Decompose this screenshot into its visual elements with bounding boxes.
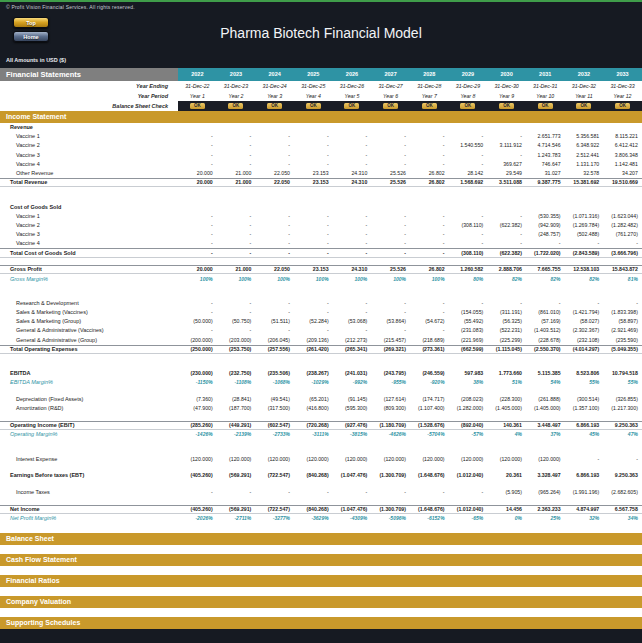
value-cell[interactable]: - (255, 221, 294, 230)
value-cell[interactable]: - (333, 239, 372, 248)
value-cell[interactable]: 369.627 (487, 160, 526, 169)
value-cell[interactable]: -2733% (255, 430, 294, 439)
value-cell[interactable]: - (603, 455, 642, 464)
row-label-cell[interactable]: Total Cost of Goods Sold (0, 249, 178, 258)
value-cell[interactable]: (250.000) (178, 345, 217, 354)
value-cell[interactable]: (225.299) (487, 336, 526, 345)
value-cell[interactable]: 19.510.669 (603, 178, 642, 187)
value-cell[interactable]: - (255, 326, 294, 335)
value-cell[interactable]: - (217, 141, 256, 150)
value-cell[interactable]: (265.341) (333, 345, 372, 354)
row-label-cell[interactable]: Research & Development (0, 299, 178, 308)
value-cell[interactable]: 3.511.088 (487, 178, 526, 187)
value-cell[interactable]: - (255, 151, 294, 160)
row-label-cell[interactable]: Total Operating Expenses (0, 345, 178, 354)
value-cell[interactable]: 47% (603, 430, 642, 439)
value-cell[interactable]: -1426% (178, 430, 217, 439)
value-cell[interactable]: (257.556) (255, 345, 294, 354)
value-cell[interactable]: - (178, 488, 217, 497)
value-cell[interactable]: - (487, 239, 526, 248)
value-cell[interactable]: 26.802 (410, 178, 449, 187)
value-cell[interactable]: 20.000 (178, 169, 217, 178)
value-cell[interactable]: - (178, 212, 217, 221)
row-label-cell[interactable]: Operating Margin% (0, 430, 178, 439)
value-cell[interactable]: - (449, 488, 488, 497)
value-cell[interactable]: - (371, 160, 410, 169)
value-cell[interactable]: 1.243.783 (526, 151, 565, 160)
value-cell[interactable]: - (255, 132, 294, 141)
value-cell[interactable]: (4.014.297) (565, 345, 604, 354)
value-cell[interactable]: 4.874.997 (565, 505, 604, 514)
value-cell[interactable]: - (371, 141, 410, 150)
value-cell[interactable]: (3.666.796) (603, 249, 642, 258)
value-cell[interactable]: (861.010) (526, 308, 565, 317)
value-cell[interactable]: - (526, 239, 565, 248)
value-cell[interactable]: - (217, 151, 256, 160)
value-cell[interactable]: -65% (449, 514, 488, 523)
value-cell[interactable]: - (371, 212, 410, 221)
value-cell[interactable]: (1.648.676) (410, 505, 449, 514)
value-cell[interactable]: 32.578 (565, 169, 604, 178)
value-cell[interactable]: (405.260) (178, 505, 217, 514)
value-cell[interactable]: (57.169) (526, 317, 565, 326)
value-cell[interactable]: - (565, 455, 604, 464)
value-cell[interactable]: 14.456 (487, 505, 526, 514)
value-cell[interactable]: - (371, 299, 410, 308)
value-cell[interactable]: - (333, 132, 372, 141)
value-cell[interactable]: (47.900) (178, 404, 217, 413)
value-cell[interactable]: (965.264) (526, 488, 565, 497)
value-cell[interactable]: 2.888.706 (487, 265, 526, 274)
value-cell[interactable]: 37% (526, 430, 565, 439)
value-cell[interactable]: - (449, 299, 488, 308)
row-label-cell[interactable]: Interest Expense (0, 455, 178, 464)
value-cell[interactable]: 22.050 (255, 265, 294, 274)
value-cell[interactable]: - (217, 230, 256, 239)
value-cell[interactable]: (1.648.676) (410, 471, 449, 480)
value-cell[interactable]: 1.131.170 (565, 160, 604, 169)
value-cell[interactable]: 6.567.758 (603, 505, 642, 514)
value-cell[interactable]: 55% (603, 378, 642, 387)
value-cell[interactable]: 54% (526, 378, 565, 387)
value-cell[interactable]: 22.050 (255, 169, 294, 178)
value-cell[interactable]: 34.207 (603, 169, 642, 178)
value-cell[interactable]: -3629% (294, 514, 333, 523)
value-cell[interactable]: (120.000) (487, 455, 526, 464)
value-cell[interactable]: - (371, 132, 410, 141)
value-cell[interactable]: 6.348.922 (565, 141, 604, 150)
value-cell[interactable]: 21.000 (217, 178, 256, 187)
value-cell[interactable]: (1.357.100) (565, 404, 604, 413)
value-cell[interactable]: - (255, 249, 294, 258)
value-cell[interactable]: (65.201) (294, 395, 333, 404)
value-cell[interactable]: - (178, 230, 217, 239)
value-cell[interactable]: - (333, 141, 372, 150)
value-cell[interactable]: (56.325) (487, 317, 526, 326)
value-cell[interactable]: - (178, 160, 217, 169)
value-cell[interactable]: 9.387.775 (526, 178, 565, 187)
value-cell[interactable]: - (410, 212, 449, 221)
value-cell[interactable]: (120.000) (449, 455, 488, 464)
value-cell[interactable]: (942.909) (526, 221, 565, 230)
value-cell[interactable]: 15.843.872 (603, 265, 642, 274)
value-cell[interactable]: - (255, 230, 294, 239)
value-cell[interactable]: (58.897) (603, 317, 642, 326)
value-cell[interactable]: - (371, 488, 410, 497)
value-cell[interactable]: - (294, 141, 333, 150)
row-label-cell[interactable]: Vaccine 1 (0, 132, 178, 141)
value-cell[interactable]: - (178, 132, 217, 141)
value-cell[interactable]: - (449, 132, 488, 141)
value-cell[interactable]: - (449, 160, 488, 169)
value-cell[interactable]: - (255, 239, 294, 248)
row-label-cell[interactable]: Vaccine 2 (0, 221, 178, 230)
value-cell[interactable]: (1.180.709) (371, 421, 410, 430)
value-cell[interactable]: 45% (565, 430, 604, 439)
value-cell[interactable]: (761.270) (603, 230, 642, 239)
value-cell[interactable]: 82% (487, 275, 526, 284)
value-cell[interactable]: (218.689) (410, 336, 449, 345)
value-cell[interactable]: (840.268) (294, 471, 333, 480)
value-cell[interactable]: (662.599) (449, 345, 488, 354)
value-cell[interactable]: 1.142.481 (603, 160, 642, 169)
value-cell[interactable]: - (371, 249, 410, 258)
value-cell[interactable]: - (217, 249, 256, 258)
row-label-cell[interactable]: EBITDA (0, 369, 178, 378)
value-cell[interactable]: (2.682.605) (603, 488, 642, 497)
